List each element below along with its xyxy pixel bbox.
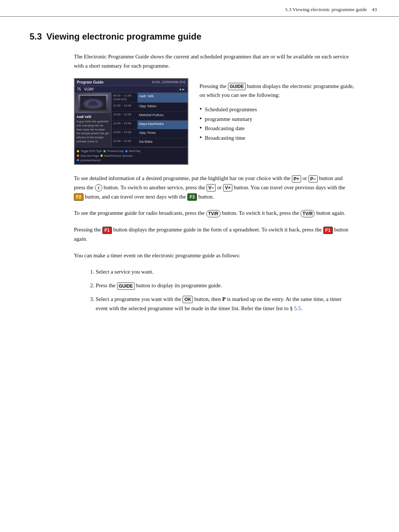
dot-info — [77, 155, 79, 157]
page-header: 5.3 Viewing electronic programme guide 4… — [0, 0, 399, 17]
epg-channel-number-name: 75 VIJAY — [77, 87, 94, 91]
epg-prog-desc: A guy tricks the godchild into marrying … — [76, 120, 109, 144]
f3-button: F3 — [187, 193, 197, 201]
section-number: 5.3 — [30, 31, 42, 41]
epg-channel-number: 75 — [77, 87, 81, 91]
dot-next — [125, 150, 127, 152]
epg-section: Program Guide 10:50, 22/09/2006 (Fri) 75… — [74, 78, 355, 165]
bullet-time: Broadcasting time — [200, 133, 355, 143]
para-detailed-info: To see detailed information of a desired… — [74, 174, 355, 201]
section-title: Viewing electronic programme guide — [46, 31, 201, 41]
header-section-page: 5.3 Viewing electronic programme guide 4… — [285, 7, 377, 13]
dot-prev — [103, 150, 106, 152]
epg-slot-time-4: 13:00 ~ 13:30 — [112, 129, 137, 138]
guide-button-step2: GUIDE — [117, 282, 135, 290]
epg-slot-0: 08:30 ~ 11:3022/09 (Fri) Aadi: Velli — [112, 93, 188, 103]
numbered-list: Select a service you want. Press the GUI… — [87, 267, 355, 313]
epg-slot-time-1: 11:30 ~ 12:00 — [112, 103, 137, 111]
intro-paragraph: The Electronic Programme Guide shows the… — [74, 52, 355, 71]
guide-intro-text: Pressing the GUIDE button displays the e… — [200, 82, 355, 100]
tv-r-button-2: TV/R — [300, 210, 315, 217]
epg-bullets: Pressing the GUIDE button displays the e… — [200, 78, 355, 143]
p-minus-button: P− — [308, 175, 318, 183]
header-title: 5.3 Viewing electronic programme guide — [285, 7, 367, 12]
epg-prog-title: Aadi Velli — [76, 115, 109, 119]
epg-slot-prog-2: Mettukal Pudusu — [137, 112, 188, 120]
f1-button-1: F1 — [102, 227, 112, 234]
info-button: i — [95, 184, 102, 192]
epg-channel-row: 75 VIJAY ◄► — [75, 86, 188, 93]
bullet-date: Broadcasting date — [200, 124, 355, 133]
bullet-scheduled: Scheduled programmes — [200, 105, 355, 115]
epg-prog-info: Aadi Velli A guy tricks the godchild int… — [75, 113, 111, 145]
para-f1: Pressing the F1 button displays the prog… — [74, 225, 355, 244]
epg-thumbnail-inner — [78, 95, 108, 111]
tv-r-button-1: TV/R — [206, 210, 221, 217]
dot-services — [100, 155, 103, 157]
guide-button: GUIDE — [228, 83, 246, 90]
header-page-number: 43 — [372, 7, 377, 12]
epg-body: Aadi Velli A guy tricks the godchild int… — [75, 93, 188, 148]
epg-slot-3: 12:30 ~ 13:00 Maya Machindra — [112, 121, 188, 129]
epg-footer-line-1: Toggle EPG Type Previous Day Next Day — [77, 149, 185, 153]
epg-footer-line-3: preselect/cancel — [77, 158, 185, 162]
epg-footer: Toggle EPG Type Previous Day Next Day Ne… — [75, 147, 188, 164]
section-heading: 5.3Viewing electronic programme guide — [30, 31, 369, 42]
epg-left-col: Aadi Velli A guy tricks the godchild int… — [75, 93, 112, 148]
epg-thumbnail-svg — [80, 96, 106, 110]
epg-slot-2: 12:00 ~ 12:30 Mettukal Pudusu — [112, 112, 188, 121]
epg-right-col: 08:30 ~ 11:3022/09 (Fri) Aadi: Velli 11:… — [112, 93, 188, 148]
epg-arrows: ◄► — [178, 87, 185, 91]
epg-header: Program Guide 10:50, 22/09/2006 (Fri) — [75, 79, 188, 86]
epg-slot-5: 13:30 ~ 14:30 Sai Baba — [112, 138, 188, 147]
epg-slot-time-0: 08:30 ~ 11:3022/09 (Fri) — [112, 93, 137, 103]
epg-slot-prog-3: Maya Machindra — [137, 121, 188, 129]
v-plus-button: V+ — [223, 184, 232, 192]
step-3: Select a programme you want with the OK … — [96, 295, 355, 313]
epg-slot-prog-1: Vijay Takies — [137, 103, 188, 111]
epg-screenshot: Program Guide 10:50, 22/09/2006 (Fri) 75… — [74, 78, 188, 165]
epg-footer-line-2: Next Info Page Next/Previous Services — [77, 154, 185, 158]
epg-slot-1: 11:30 ~ 12:00 Vijay Takies — [112, 103, 188, 112]
v-minus-button: V− — [207, 184, 216, 192]
epg-slot-4: 13:00 ~ 13:30 Vijay Times — [112, 129, 188, 138]
epg-slot-prog-5: Sai Baba — [137, 138, 188, 147]
para-radio: To see the programme guide for radio bro… — [74, 209, 355, 218]
epg-slot-time-2: 12:00 ~ 12:30 — [112, 112, 137, 120]
f2-button: F2 — [74, 193, 83, 201]
epg-slot-time-5: 13:30 ~ 14:30 — [112, 138, 137, 147]
para-timer-intro: You can make a timer event on the electr… — [74, 251, 355, 260]
epg-slot-prog-0: Aadi: Velli — [137, 93, 188, 103]
bullet-summary: programme summary — [200, 115, 355, 124]
step-2: Press the GUIDE button to display its pr… — [96, 281, 355, 290]
dot-preselect — [77, 159, 79, 161]
epg-slot-prog-4: Vijay Times — [137, 129, 188, 138]
svg-rect-6 — [90, 101, 96, 104]
section-link-55[interactable]: 5.5 — [294, 305, 301, 311]
main-content: 5.3Viewing electronic programme guide Th… — [0, 20, 399, 339]
ok-button: OK — [183, 296, 193, 303]
f1-button-2: F1 — [323, 227, 333, 234]
epg-header-left: Program Guide — [77, 80, 103, 84]
dot-toggle — [77, 150, 79, 152]
epg-slot-time-3: 12:30 ~ 13:00 — [112, 121, 137, 129]
step-1: Select a service you want. — [96, 267, 355, 277]
p-plus-button: P+ — [292, 175, 301, 183]
epg-header-right: 10:50, 22/09/2006 (Fri) — [151, 80, 185, 84]
bullet-list: Scheduled programmes programme summary B… — [200, 105, 355, 143]
epg-channel-name: VIJAY — [84, 87, 94, 91]
epg-thumbnail — [75, 93, 112, 113]
